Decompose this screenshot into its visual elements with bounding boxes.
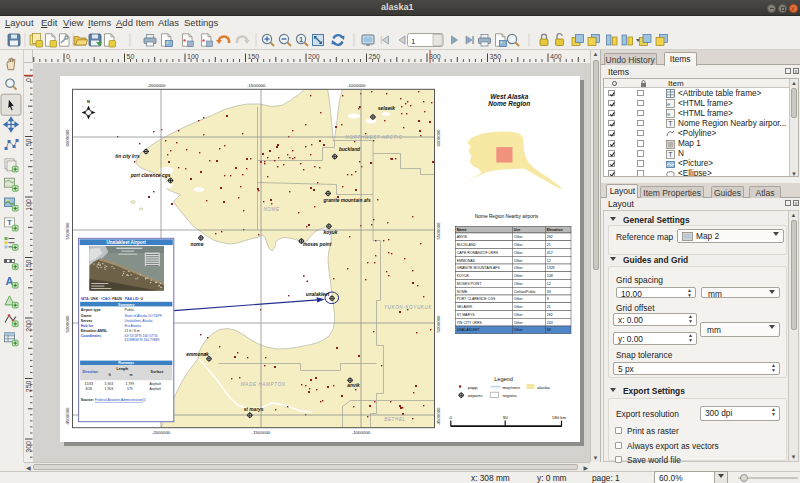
- svg-text:9: 9: [546, 297, 548, 301]
- svg-text:4500000: 4500000: [435, 406, 440, 424]
- svg-text:200: 200: [25, 320, 32, 332]
- svg-text:KOYUK: KOYUK: [456, 274, 469, 278]
- svg-text:90: 90: [502, 415, 507, 420]
- svg-text:4500000: 4500000: [65, 406, 70, 424]
- svg-text:15/33: 15/33: [84, 381, 93, 385]
- svg-text:buckland: buckland: [338, 147, 360, 152]
- svg-text:Source: Federal Aviation Admin: Source: Federal Aviation Administration[…: [80, 398, 145, 402]
- svg-text:NOME: NOME: [263, 206, 280, 211]
- svg-text:BETHEL: BETHEL: [384, 416, 405, 421]
- svg-text:-1500000: -1500000: [246, 83, 265, 88]
- svg-text:Civilian/Public: Civilian/Public: [513, 289, 535, 293]
- svg-text:st marys: st marys: [243, 406, 263, 411]
- svg-text:Other: Other: [513, 243, 523, 247]
- svg-text:emmonak: emmonak: [186, 352, 209, 357]
- svg-text:Other: Other: [513, 274, 523, 278]
- svg-text:282: 282: [546, 312, 552, 316]
- svg-text:SELAWIK: SELAWIK: [456, 305, 472, 309]
- svg-text:-1000000: -1000000: [346, 83, 365, 88]
- svg-text:-1000000: -1000000: [351, 429, 370, 434]
- svg-text:port clarence cgs: port clarence cgs: [129, 172, 170, 177]
- svg-text:Other: Other: [513, 305, 523, 309]
- svg-text:Other: Other: [513, 281, 523, 285]
- svg-text:200: 200: [308, 53, 320, 60]
- svg-text:tin city lrrs: tin city lrrs: [115, 153, 140, 158]
- svg-text:6000000: 6000000: [435, 128, 440, 146]
- svg-text:5000000: 5000000: [65, 314, 70, 332]
- svg-text:282: 282: [546, 235, 552, 239]
- svg-text:MOSES POINT: MOSES POINT: [456, 281, 481, 285]
- svg-text:YUKON-KOYUKUK: YUKON-KOYUKUK: [383, 304, 431, 309]
- svg-text:UNALAKLEET: UNALAKLEET: [456, 328, 480, 332]
- svg-text:airports: airports: [467, 393, 482, 398]
- svg-text:NOME: NOME: [456, 289, 467, 293]
- svg-text:Nome Region Nearby airports: Nome Region Nearby airports: [474, 214, 538, 219]
- svg-text:100: 100: [187, 53, 199, 60]
- svg-text:5500000: 5500000: [435, 221, 440, 239]
- svg-text:koyuk: koyuk: [323, 229, 337, 234]
- svg-text:5,903: 5,903: [104, 381, 113, 385]
- svg-text:Other: Other: [513, 297, 523, 301]
- svg-text:ANVIK: ANVIK: [456, 235, 467, 239]
- svg-text:TIN CITY LRRS: TIN CITY LRRS: [456, 320, 482, 324]
- svg-text:Other: Other: [513, 328, 523, 332]
- svg-text:21: 21: [546, 243, 550, 247]
- svg-text:Other: Other: [513, 320, 523, 324]
- svg-text:T: T: [7, 218, 12, 227]
- svg-text:Serves: Serves: [80, 318, 92, 322]
- svg-text:m: m: [129, 373, 132, 377]
- svg-text:Other: Other: [513, 266, 523, 270]
- svg-text:0: 0: [25, 78, 32, 82]
- svg-text:Surface: Surface: [150, 369, 163, 373]
- svg-text:Other: Other: [513, 250, 523, 254]
- svg-text:250: 250: [369, 53, 381, 60]
- svg-text:IATA: UNK · ICAO: PAUN · FAA L: IATA: UNK · ICAO: PAUN · FAA LID: U: [80, 297, 143, 301]
- svg-text:Other: Other: [513, 312, 523, 316]
- svg-text:Era Alaska: Era Alaska: [124, 323, 140, 327]
- svg-text:popp: popp: [467, 384, 477, 389]
- svg-text:-2000000: -2000000: [146, 83, 165, 88]
- svg-text:350: 350: [490, 53, 502, 60]
- svg-text:8/26: 8/26: [85, 386, 92, 390]
- svg-text:CAPE ROMANZOF LRRS: CAPE ROMANZOF LRRS: [456, 250, 498, 254]
- svg-text:anvik: anvik: [347, 383, 360, 388]
- svg-text:1,799: 1,799: [125, 381, 134, 385]
- svg-text:selawik: selawik: [377, 106, 394, 111]
- svg-text:150: 150: [248, 53, 260, 60]
- svg-text:Use: Use: [513, 228, 520, 232]
- svg-text:300: 300: [429, 53, 441, 60]
- svg-text:579: 579: [127, 386, 133, 390]
- svg-text:Owner: Owner: [80, 313, 92, 317]
- svg-text:BUCKLAND: BUCKLAND: [456, 243, 476, 247]
- svg-text:Unalakleet, Alaska: Unalakleet, Alaska: [124, 318, 152, 322]
- svg-text:Unalakleet Airport: Unalakleet Airport: [106, 239, 146, 244]
- svg-text:Elevation AMSL: Elevation AMSL: [80, 328, 107, 332]
- svg-text:WADE HAMPTON: WADE HAMPTON: [240, 381, 285, 386]
- svg-text:Other: Other: [513, 235, 523, 239]
- svg-text:21: 21: [546, 305, 550, 309]
- svg-text:Legend: Legend: [494, 375, 513, 381]
- svg-text:Airport type: Airport type: [80, 308, 100, 312]
- svg-text:Name: Name: [456, 228, 466, 232]
- svg-text:1: 1: [411, 37, 416, 46]
- svg-text:Summary: Summary: [118, 302, 134, 306]
- svg-text:150: 150: [25, 259, 32, 271]
- svg-text:5500000: 5500000: [65, 221, 70, 239]
- svg-text:0: 0: [66, 53, 70, 60]
- svg-text:nome: nome: [190, 241, 203, 246]
- svg-text:Asphalt: Asphalt: [149, 386, 160, 390]
- svg-text:417: 417: [546, 250, 552, 254]
- svg-text:Length: Length: [116, 366, 128, 370]
- svg-text:5000000: 5000000: [435, 314, 440, 332]
- svg-text:243: 243: [546, 320, 552, 324]
- svg-text:Elevation: Elevation: [546, 228, 562, 232]
- svg-text:ST MARYS: ST MARYS: [456, 312, 475, 316]
- svg-text:-1500000: -1500000: [251, 429, 270, 434]
- svg-text:6000000: 6000000: [65, 128, 70, 146]
- svg-text:-2000000: -2000000: [151, 429, 170, 434]
- svg-text:12: 12: [546, 281, 550, 285]
- svg-text:T: T: [668, 151, 673, 158]
- svg-text:100: 100: [25, 199, 32, 211]
- svg-text:0: 0: [449, 415, 452, 420]
- svg-text:1329: 1329: [546, 266, 554, 270]
